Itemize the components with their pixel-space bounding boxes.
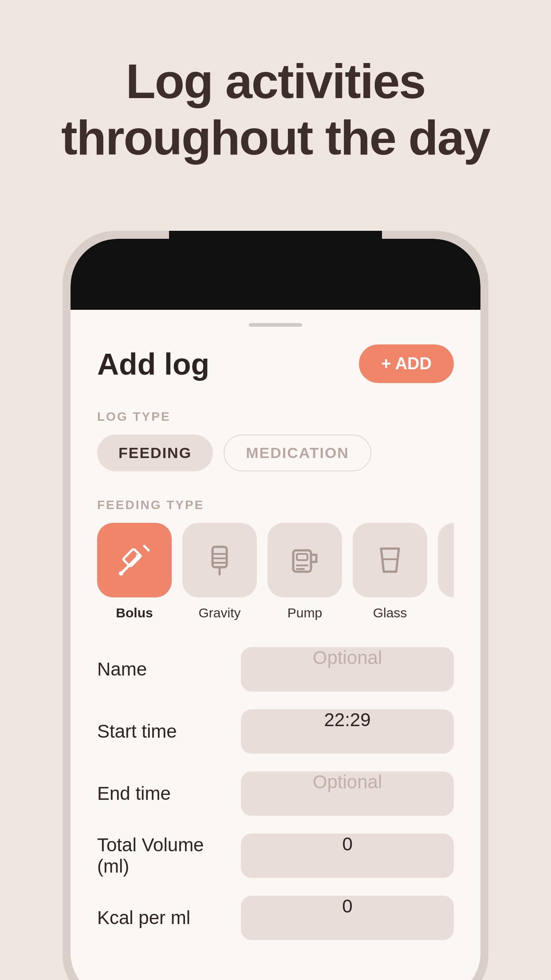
- feeding-bolus[interactable]: Bolus: [97, 523, 172, 620]
- add-button[interactable]: + ADD: [359, 344, 454, 383]
- gravity-icon-box: [182, 523, 257, 597]
- kcal-input[interactable]: 0: [241, 896, 454, 940]
- hero-section: Log activities throughout the day: [0, 0, 551, 192]
- feeding-type-label: FEEDING TYPE: [97, 498, 454, 512]
- form-row-kcal: Kcal per ml 0: [97, 896, 454, 940]
- name-label: Name: [97, 659, 147, 680]
- phone-notch: [169, 231, 382, 297]
- bolus-label: Bolus: [116, 605, 153, 620]
- start-time-label: Start time: [97, 721, 177, 742]
- pump-icon: [287, 542, 323, 578]
- form-row-name: Name Optional: [97, 647, 454, 692]
- drag-handle: [249, 323, 302, 327]
- hero-title: Log activities throughout the day: [35, 53, 516, 166]
- form-row-start-time: Start time 22:29: [97, 709, 454, 754]
- feeding-pump[interactable]: Pump: [268, 523, 342, 620]
- kcal-label: Kcal per ml: [97, 907, 190, 929]
- form-row-end-time: End time Optional: [97, 771, 454, 816]
- log-type-feeding[interactable]: FEEDING: [97, 435, 213, 471]
- feeding-bottle[interactable]: Bottle: [438, 523, 454, 620]
- start-time-input[interactable]: 22:29: [241, 709, 454, 754]
- pump-label: Pump: [287, 605, 322, 620]
- svg-rect-6: [213, 547, 227, 567]
- end-time-label: End time: [97, 783, 171, 804]
- screen-content: Add log + ADD LOG TYPE FEEDING MEDICATIO…: [71, 310, 480, 980]
- bolus-icon-box: [97, 523, 172, 597]
- name-input[interactable]: Optional: [241, 647, 454, 692]
- syringe-icon: [117, 542, 152, 578]
- log-type-label: LOG TYPE: [97, 410, 454, 424]
- gravity-icon: [202, 542, 237, 578]
- phone-mockup: Add log + ADD LOG TYPE FEEDING MEDICATIO…: [63, 231, 488, 980]
- pump-icon-box: [268, 523, 342, 597]
- glass-icon-box: [353, 523, 427, 597]
- svg-line-4: [144, 546, 149, 550]
- glass-label: Glass: [373, 605, 407, 620]
- feeding-glass[interactable]: Glass: [353, 523, 427, 620]
- form-row-total-volume: Total Volume (ml) 0: [97, 834, 454, 878]
- page-title: Add log: [97, 347, 209, 381]
- bottle-icon-box: [438, 523, 454, 597]
- total-volume-input[interactable]: 0: [241, 834, 454, 878]
- feeding-type-options: Bolus: [97, 523, 454, 620]
- header-row: Add log + ADD: [97, 344, 454, 383]
- feeding-gravity[interactable]: Gravity: [182, 523, 257, 620]
- feeding-type-section: FEEDING TYPE: [97, 498, 454, 620]
- phone-screen: Add log + ADD LOG TYPE FEEDING MEDICATIO…: [71, 239, 480, 980]
- log-type-medication[interactable]: MEDICATION: [224, 435, 371, 471]
- log-type-options: FEEDING MEDICATION: [97, 435, 454, 471]
- glass-icon: [372, 542, 408, 578]
- phone-outer: Add log + ADD LOG TYPE FEEDING MEDICATIO…: [63, 231, 488, 980]
- svg-rect-12: [297, 554, 307, 560]
- total-volume-label: Total Volume (ml): [97, 834, 241, 877]
- form-section: Name Optional Start time 22:29 End time …: [97, 647, 454, 940]
- svg-point-5: [119, 571, 123, 576]
- end-time-input[interactable]: Optional: [241, 771, 454, 816]
- log-type-section: LOG TYPE FEEDING MEDICATION: [97, 410, 454, 471]
- gravity-label: Gravity: [198, 605, 240, 620]
